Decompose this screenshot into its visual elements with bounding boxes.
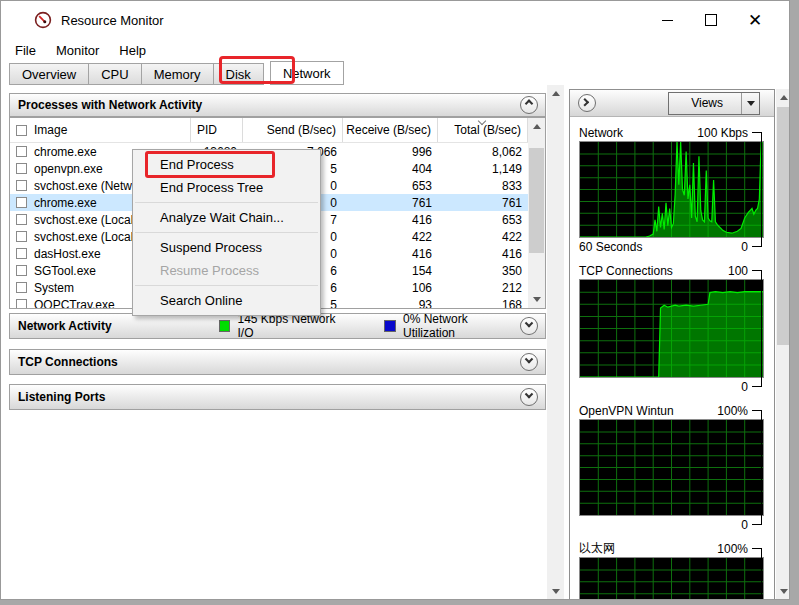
chart-ymin-label: 0 <box>741 380 748 394</box>
graphs-panel: Views Network 100 Kbps 60 Seconds 0 TCP … <box>569 89 775 600</box>
table-header-row: Image PID Send (B/sec) Receive (B/sec) T… <box>10 118 528 143</box>
close-button[interactable]: ✕ <box>733 5 777 35</box>
column-header-total[interactable]: Total (B/sec) <box>438 118 528 142</box>
views-button[interactable]: Views <box>668 92 760 115</box>
chart-ymax-label: 100 Kbps <box>697 126 748 140</box>
process-total: 416 <box>438 247 528 261</box>
menubar-item-help[interactable]: Help <box>109 41 156 60</box>
tcp-connections-graph <box>579 279 764 378</box>
menu-separator <box>135 232 318 233</box>
chart-title: 以太网 <box>579 540 615 557</box>
menu-item-end-process[interactable]: End Process <box>133 153 320 176</box>
views-dropdown-arrow[interactable] <box>741 93 759 114</box>
menubar-item-file[interactable]: File <box>5 41 46 60</box>
chart-title: TCP Connections <box>579 264 673 278</box>
row-checkbox[interactable] <box>16 282 27 293</box>
expand-network-activity-button[interactable] <box>520 317 538 335</box>
expand-listening-ports-button[interactable] <box>520 388 538 406</box>
menu-item-analyze-wait-chain[interactable]: Analyze Wait Chain... <box>133 206 320 229</box>
maximize-icon <box>705 14 717 26</box>
row-checkbox[interactable] <box>16 146 27 157</box>
process-total: 168 <box>438 298 528 309</box>
chart-ymax-label: 100 <box>728 264 748 278</box>
row-checkbox[interactable] <box>16 231 27 242</box>
process-recv: 416 <box>343 213 438 227</box>
process-image-name: QQPCTray.exe <box>34 298 115 309</box>
context-menu: End ProcessEnd Process TreeAnalyze Wait … <box>132 149 321 316</box>
network-activity-section-header: Network Activity 145 Kbps Network I/O 0%… <box>9 313 546 339</box>
process-total: 8,062 <box>438 145 528 159</box>
tab-overview[interactable]: Overview <box>9 63 89 85</box>
triangle-up-icon <box>552 91 560 96</box>
scroll-down-button[interactable] <box>528 291 545 308</box>
process-image-name: svchost.exe (Local <box>34 230 133 244</box>
chart-title: Network <box>579 126 623 140</box>
network-graph <box>579 141 764 238</box>
tcp-chart-block: TCP Connections 100 0 <box>579 262 764 395</box>
process-total: 350 <box>438 264 528 278</box>
scale-bracket <box>752 548 762 600</box>
collapse-processes-button[interactable] <box>520 96 538 114</box>
scroll-up-button[interactable] <box>776 89 790 106</box>
scroll-down-button[interactable] <box>547 583 564 600</box>
menu-bar: FileMonitorHelp <box>1 39 789 61</box>
row-checkbox[interactable] <box>16 248 27 259</box>
scrollbar-thumb[interactable] <box>777 107 790 345</box>
scrollbar-thumb[interactable] <box>529 148 544 253</box>
network-utilization-swatch <box>384 320 396 332</box>
scale-bracket <box>752 410 762 525</box>
row-checkbox[interactable] <box>16 197 27 208</box>
column-header-image[interactable]: Image <box>10 118 191 142</box>
row-checkbox[interactable] <box>16 299 27 308</box>
network-utilization-legend: 0% Network Utilization <box>384 312 520 340</box>
column-header-pid[interactable]: PID <box>191 118 243 142</box>
network-utilization-label: 0% Network Utilization <box>403 312 520 340</box>
tab-disk[interactable]: Disk <box>214 63 264 85</box>
views-button-label: Views <box>669 96 741 110</box>
menu-item-search-online[interactable]: Search Online <box>133 289 320 312</box>
collapse-panel-button[interactable] <box>578 94 596 112</box>
graphs-panel-scrollbar[interactable] <box>776 89 790 600</box>
tab-cpu[interactable]: CPU <box>89 63 141 85</box>
close-icon: ✕ <box>748 12 762 29</box>
listening-ports-section-header: Listening Ports <box>9 384 546 410</box>
chevron-down-icon <box>525 319 533 327</box>
graphs-toolbar: Views <box>570 90 774 117</box>
processes-section-header: Processes with Network Activity <box>9 93 546 117</box>
expand-tcp-connections-button[interactable] <box>520 353 538 371</box>
process-total: 761 <box>438 196 528 210</box>
scroll-down-button[interactable] <box>776 583 790 600</box>
scroll-up-button[interactable] <box>528 118 545 135</box>
scale-bracket <box>752 132 762 247</box>
row-checkbox[interactable] <box>16 180 27 191</box>
table-scrollbar[interactable] <box>528 118 545 308</box>
left-panel-scrollbar[interactable] <box>547 85 564 600</box>
process-recv: 404 <box>343 162 438 176</box>
column-header-receive[interactable]: Receive (B/sec) <box>343 118 438 142</box>
process-recv: 154 <box>343 264 438 278</box>
minimize-button[interactable] <box>645 5 689 35</box>
select-all-checkbox[interactable] <box>16 125 27 136</box>
chart-ymax-label: 100% <box>717 404 748 418</box>
maximize-button[interactable] <box>689 5 733 35</box>
scale-bracket <box>752 270 762 387</box>
process-recv: 653 <box>343 179 438 193</box>
chart-ymin-label: 0 <box>741 240 748 254</box>
tab-memory[interactable]: Memory <box>142 63 214 85</box>
scroll-up-button[interactable] <box>547 85 564 102</box>
chevron-right-icon <box>581 98 589 106</box>
window-title: Resource Monitor <box>61 13 164 28</box>
chart-title: OpenVPN Wintun <box>579 404 674 418</box>
triangle-down-icon <box>552 589 560 594</box>
row-checkbox[interactable] <box>16 163 27 174</box>
process-recv: 761 <box>343 196 438 210</box>
row-checkbox[interactable] <box>16 265 27 276</box>
processes-section-title: Processes with Network Activity <box>18 98 202 112</box>
network-chart-block: Network 100 Kbps 60 Seconds 0 <box>579 124 764 255</box>
menubar-item-monitor[interactable]: Monitor <box>46 41 109 60</box>
menu-item-end-process-tree[interactable]: End Process Tree <box>133 176 320 199</box>
row-checkbox[interactable] <box>16 214 27 225</box>
tab-network[interactable]: Network <box>270 61 344 85</box>
menu-item-suspend-process[interactable]: Suspend Process <box>133 236 320 259</box>
column-header-send[interactable]: Send (B/sec) <box>243 118 343 142</box>
